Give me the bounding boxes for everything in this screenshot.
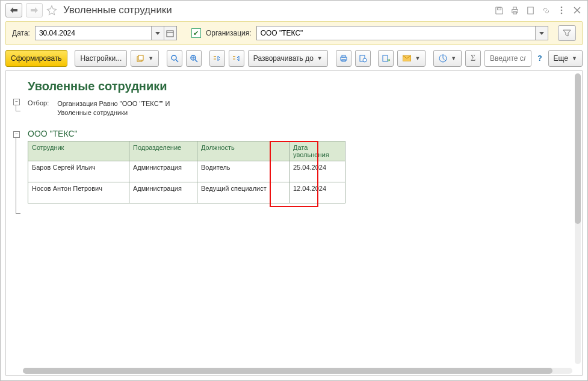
find-next-button[interactable] (186, 50, 202, 67)
date-input[interactable] (36, 28, 151, 39)
collapse-toggle-2[interactable]: − (13, 131, 20, 138)
cell-employee: Баров Сергей Ильич (28, 161, 129, 182)
report-body: Уволенные сотрудники Отбор: Организация … (23, 71, 582, 375)
filter-funnel-button[interactable] (558, 25, 576, 41)
svg-rect-20 (233, 58, 235, 58)
scrollbar-thumb-h[interactable] (23, 368, 552, 374)
svg-rect-27 (383, 55, 388, 61)
date-label: Дата: (12, 29, 30, 37)
send-button[interactable]: ▼ (397, 50, 426, 67)
svg-line-13 (176, 60, 178, 62)
calendar-icon[interactable] (164, 26, 176, 40)
horizontal-scrollbar[interactable] (23, 368, 572, 374)
collapse-levels-button[interactable] (229, 50, 244, 67)
filter-text-2: Уволенные сотрудники (57, 109, 128, 116)
save-icon[interactable] (494, 5, 504, 16)
svg-rect-8 (167, 31, 173, 37)
report-table: Сотрудник Подразделение Должность Дата у… (28, 141, 345, 203)
search-next-icon (190, 54, 198, 63)
save-report-icon (382, 54, 390, 63)
svg-rect-23 (342, 55, 345, 57)
date-dropdown-icon[interactable] (151, 26, 164, 40)
link-icon[interactable] (540, 5, 551, 16)
collapse-toggle-1[interactable]: − (13, 99, 20, 105)
titlebar: Уволенные сотрудники (1, 1, 587, 20)
col-position: Должность (197, 141, 289, 161)
nav-back-button[interactable] (5, 3, 22, 17)
cell-position: Водитель (197, 161, 289, 182)
generate-button[interactable]: Сформировать (5, 50, 67, 67)
filter-bar: Дата: ✔ Организация: (5, 21, 583, 45)
svg-point-7 (561, 13, 563, 14)
search-icon (170, 54, 179, 63)
quick-search[interactable] (484, 50, 531, 67)
col-department: Подразделение (129, 141, 197, 161)
svg-point-12 (172, 55, 176, 60)
settings-button[interactable]: Настройки... (75, 50, 127, 67)
svg-rect-19 (233, 56, 235, 57)
cell-date: 12.04.2024 (289, 182, 345, 203)
print-icon (339, 54, 348, 63)
find-button[interactable] (167, 50, 182, 67)
filter-text-1: Организация Равно "ООО "ТЕКС"" И (57, 100, 170, 107)
save-report-button[interactable] (378, 50, 394, 67)
mail-icon (403, 55, 411, 61)
filter-label: Отбор: (28, 99, 49, 118)
svg-rect-11 (138, 55, 143, 60)
filter-text: Организация Равно "ООО "ТЕКС"" И Уволенн… (57, 99, 170, 118)
print-preview-button[interactable] (355, 50, 371, 67)
expand-to-label: Разворачивать до (253, 54, 314, 63)
document-icon[interactable] (525, 5, 536, 16)
expand-icon (213, 54, 221, 63)
org-input[interactable] (257, 28, 535, 39)
table-header-row: Сотрудник Подразделение Должность Дата у… (28, 141, 345, 161)
print-button[interactable] (336, 50, 351, 67)
svg-point-26 (363, 58, 367, 62)
svg-rect-17 (214, 58, 216, 58)
date-field[interactable] (35, 26, 177, 40)
toolbar: Сформировать Настройки... ▼ Разворачиват… (1, 49, 587, 70)
variants-button[interactable]: ▼ (131, 50, 159, 67)
diagram-button[interactable]: ▼ (433, 50, 462, 67)
cell-department: Администрация (129, 161, 197, 182)
org-section-title: ООО "ТЕКС" (28, 129, 576, 138)
org-dropdown-icon[interactable] (535, 26, 548, 40)
nav-forward-button[interactable] (26, 3, 43, 17)
svg-rect-2 (513, 7, 516, 9)
more-button[interactable]: Еще▼ (548, 50, 583, 67)
report-area: − − Уволенные сотрудники Отбор: Организа… (5, 70, 583, 376)
svg-rect-16 (214, 56, 216, 57)
col-dismissal-date: Дата увольнения (289, 141, 345, 161)
copy-icon (136, 54, 144, 63)
vertical-scrollbar[interactable] (575, 73, 581, 364)
sum-button[interactable]: Σ (465, 50, 481, 67)
collapse-icon (232, 54, 241, 63)
settings-label: Настройки... (80, 54, 122, 63)
cell-date: 25.04.2024 (289, 161, 345, 182)
table-row[interactable]: Носов Антон Петрович Администрация Ведущ… (28, 182, 345, 203)
quick-search-input[interactable] (489, 54, 527, 63)
report-filter-row: Отбор: Организация Равно "ООО "ТЕКС"" И … (28, 99, 576, 118)
favorite-star-icon[interactable] (46, 5, 57, 16)
print-icon[interactable] (509, 5, 520, 16)
sigma-icon: Σ (471, 54, 475, 63)
generate-label: Сформировать (11, 54, 62, 63)
expand-to-button[interactable]: Разворачивать до▼ (248, 50, 328, 67)
preview-icon (359, 54, 367, 63)
cell-position: Ведущий специалист (197, 182, 289, 203)
svg-line-15 (195, 60, 197, 62)
org-checkbox[interactable]: ✔ (191, 28, 201, 38)
report-title: Уволенные сотрудники (28, 79, 576, 93)
more-label: Еще (554, 54, 568, 63)
col-employee: Сотрудник (28, 141, 129, 161)
outline-gutter: − − (6, 71, 23, 375)
table-row[interactable]: Баров Сергей Ильич Администрация Водител… (28, 161, 345, 182)
scrollbar-thumb-v[interactable] (575, 73, 581, 224)
org-label: Организация: (206, 29, 252, 37)
close-icon[interactable] (572, 5, 583, 16)
help-button[interactable]: ? (535, 54, 544, 63)
more-menu-icon[interactable] (556, 5, 567, 16)
svg-point-5 (561, 7, 563, 8)
org-field[interactable] (256, 26, 548, 40)
expand-levels-button[interactable] (209, 50, 225, 67)
